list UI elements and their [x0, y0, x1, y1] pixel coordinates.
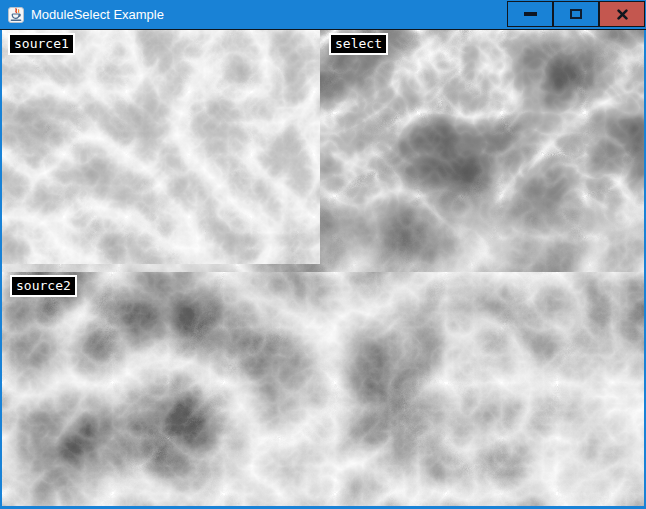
close-icon: [617, 9, 628, 20]
titlebar[interactable]: ModuleSelect Example: [0, 0, 646, 30]
close-button[interactable]: [599, 1, 645, 27]
application-window: ModuleSelect Example: [0, 0, 646, 509]
minimize-icon: [524, 12, 537, 16]
maximize-button[interactable]: [553, 1, 599, 27]
source2-label: source2: [10, 275, 77, 297]
select-label: select: [329, 33, 388, 55]
java-coffee-cup-icon[interactable]: [8, 7, 24, 23]
source1-image: [2, 30, 320, 264]
source2-image: [2, 272, 644, 506]
maximize-icon: [570, 9, 582, 19]
render-canvas: source1 select source2: [2, 30, 644, 506]
source1-label: source1: [8, 33, 75, 55]
window-title: ModuleSelect Example: [31, 7, 164, 22]
minimize-button[interactable]: [507, 1, 553, 27]
window-controls: [507, 1, 645, 27]
